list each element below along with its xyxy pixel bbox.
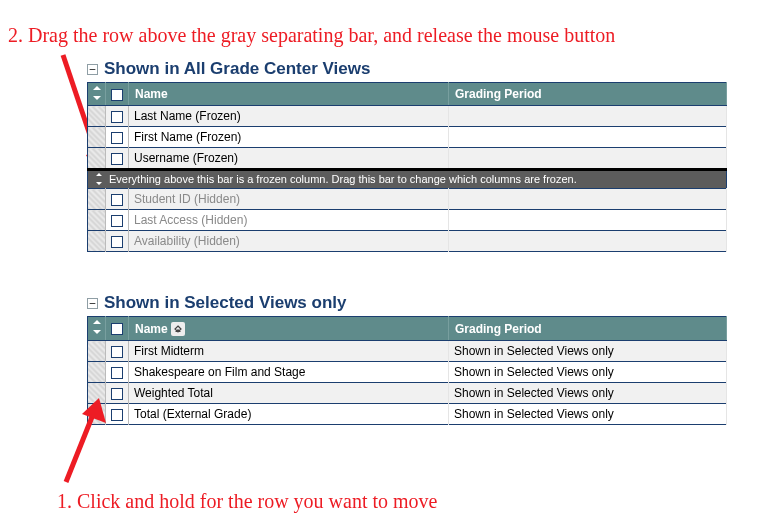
- row-name: Shakespeare on Film and Stage: [129, 362, 449, 383]
- row-name: Total (External Grade): [129, 404, 449, 425]
- collapse-toggle-icon[interactable]: −: [87, 298, 98, 309]
- drag-handle[interactable]: [88, 341, 106, 362]
- row-checkbox[interactable]: [106, 231, 129, 252]
- frozen-separator-bar[interactable]: Everything above this bar is a frozen co…: [88, 170, 727, 189]
- row-name: Username (Frozen): [129, 148, 449, 170]
- table-row[interactable]: Shakespeare on Film and Stage Shown in S…: [88, 362, 727, 383]
- collapse-toggle-icon[interactable]: −: [87, 64, 98, 75]
- table-row[interactable]: First Name (Frozen): [88, 127, 727, 148]
- row-grading-period: Shown in Selected Views only: [449, 404, 727, 425]
- section-selected-views: − Shown in Selected Views only Name Grad…: [87, 290, 727, 425]
- grading-period-column-header[interactable]: Grading Period: [449, 83, 727, 106]
- move-vertical-icon: [93, 173, 105, 185]
- row-checkbox[interactable]: [106, 362, 129, 383]
- grading-period-column-header[interactable]: Grading Period: [449, 317, 727, 341]
- table-row[interactable]: Last Access (Hidden): [88, 210, 727, 231]
- section-title: Shown in Selected Views only: [104, 293, 346, 313]
- select-all-checkbox[interactable]: [106, 317, 129, 341]
- table-row[interactable]: Student ID (Hidden): [88, 189, 727, 210]
- drag-handle[interactable]: [88, 148, 106, 170]
- row-checkbox[interactable]: [106, 404, 129, 425]
- select-all-checkbox[interactable]: [106, 83, 129, 106]
- selected-views-table: Name Grading Period First Midterm Shown …: [87, 316, 727, 425]
- table-header-row: Name Grading Period: [88, 83, 727, 106]
- row-grading-period: [449, 106, 727, 127]
- separator-text: Everything above this bar is a frozen co…: [109, 173, 577, 185]
- row-checkbox[interactable]: [106, 106, 129, 127]
- row-name: Availability (Hidden): [129, 231, 449, 252]
- table-header-row: Name Grading Period: [88, 317, 727, 341]
- row-name: Student ID (Hidden): [129, 189, 449, 210]
- row-grading-period: [449, 127, 727, 148]
- table-row[interactable]: Availability (Hidden): [88, 231, 727, 252]
- row-checkbox[interactable]: [106, 383, 129, 404]
- row-grading-period: Shown in Selected Views only: [449, 341, 727, 362]
- drag-handle[interactable]: [88, 362, 106, 383]
- table-row[interactable]: Total (External Grade) Shown in Selected…: [88, 404, 727, 425]
- row-name: Last Access (Hidden): [129, 210, 449, 231]
- table-row[interactable]: Username (Frozen): [88, 148, 727, 170]
- row-name: Last Name (Frozen): [129, 106, 449, 127]
- name-column-header[interactable]: Name: [129, 317, 449, 341]
- row-name: Weighted Total: [129, 383, 449, 404]
- row-grading-period: [449, 210, 727, 231]
- drag-handle[interactable]: [88, 383, 106, 404]
- section-title: Shown in All Grade Center Views: [104, 59, 370, 79]
- drag-handle[interactable]: [88, 231, 106, 252]
- row-grading-period: Shown in Selected Views only: [449, 362, 727, 383]
- table-row[interactable]: Weighted Total Shown in Selected Views o…: [88, 383, 727, 404]
- drag-handle[interactable]: [88, 210, 106, 231]
- drag-handle[interactable]: [88, 127, 106, 148]
- all-views-table: Name Grading Period Last Name (Frozen) F…: [87, 82, 727, 252]
- instruction-step-2: 2. Drag the row above the gray separatin…: [8, 24, 615, 47]
- table-row[interactable]: Last Name (Frozen): [88, 106, 727, 127]
- row-checkbox[interactable]: [106, 341, 129, 362]
- row-grading-period: Shown in Selected Views only: [449, 383, 727, 404]
- sort-menu-icon[interactable]: [171, 322, 185, 336]
- name-column-header[interactable]: Name: [129, 83, 449, 106]
- drag-handle[interactable]: [88, 404, 106, 425]
- row-checkbox[interactable]: [106, 210, 129, 231]
- row-grading-period: [449, 231, 727, 252]
- row-name: First Midterm: [129, 341, 449, 362]
- reorder-column-header: [88, 83, 106, 106]
- drag-handle[interactable]: [88, 106, 106, 127]
- row-checkbox[interactable]: [106, 148, 129, 170]
- row-checkbox[interactable]: [106, 127, 129, 148]
- drag-handle[interactable]: [88, 189, 106, 210]
- row-checkbox[interactable]: [106, 189, 129, 210]
- row-grading-period: [449, 189, 727, 210]
- table-row[interactable]: First Midterm Shown in Selected Views on…: [88, 341, 727, 362]
- row-name: First Name (Frozen): [129, 127, 449, 148]
- reorder-column-header: [88, 317, 106, 341]
- instruction-step-1: 1. Click and hold for the row you want t…: [57, 490, 438, 513]
- section-all-views: − Shown in All Grade Center Views Name G…: [87, 56, 727, 252]
- row-grading-period: [449, 148, 727, 170]
